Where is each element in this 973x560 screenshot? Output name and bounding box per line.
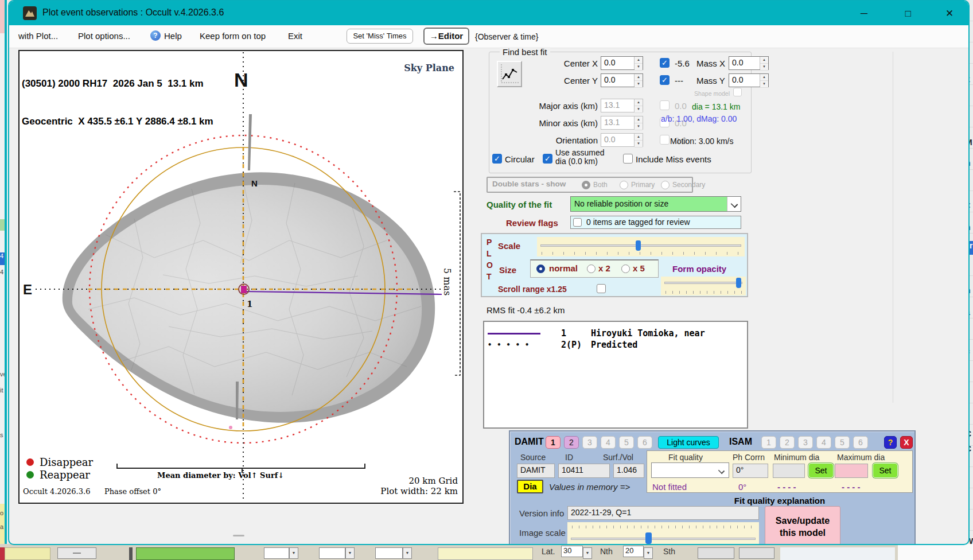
size-x2-radio[interactable] — [587, 265, 596, 273]
double-stars-primary-radio[interactable] — [620, 181, 628, 189]
phase-offset-label: Phase offset 0° — [104, 487, 161, 496]
north-label: N — [234, 69, 248, 91]
ph-corrn-field[interactable]: 0° — [733, 464, 768, 478]
bottom-spin-drop-1[interactable]: ▼ — [289, 547, 298, 559]
image-scale-slider[interactable] — [567, 522, 759, 545]
save-update-model-button[interactable]: Save/updatethis model — [765, 506, 840, 545]
set-miss-times-button[interactable]: Set 'Miss' Times — [347, 29, 413, 44]
damit-model-1-button[interactable]: 1 — [546, 436, 561, 449]
size-normal-radio[interactable] — [536, 265, 545, 273]
damit-close-button[interactable]: X — [900, 436, 913, 449]
fit-quality-dropdown[interactable] — [651, 462, 729, 478]
size-x5-radio[interactable] — [621, 265, 630, 273]
right-sliver-text-fragment: r — [970, 96, 973, 106]
observation-row-1[interactable]: 1 Hiroyuki Tomioka, near — [488, 328, 744, 339]
bottom-gray-field-2[interactable] — [739, 547, 774, 559]
observation-row-2[interactable]: ••••• 2(P) Predicted — [488, 339, 744, 351]
maximum-dia-field[interactable] — [835, 464, 868, 478]
scale-slider[interactable] — [537, 237, 745, 256]
offset-y-checkbox[interactable] — [660, 75, 670, 85]
isam-model-6-button[interactable]: 6 — [853, 436, 868, 449]
minimum-dia-field[interactable] — [773, 464, 805, 478]
light-curves-button[interactable]: Light curves — [658, 436, 719, 449]
isam-model-5-button[interactable]: 5 — [835, 436, 850, 449]
minimize-button[interactable]: ─ — [855, 7, 873, 21]
set-maximum-dia-button[interactable]: Set — [873, 463, 898, 478]
center-y-spinner[interactable]: ▲▼ — [634, 74, 643, 87]
bottom-lat-value[interactable]: 30 — [561, 546, 583, 557]
isam-model-3-button[interactable]: 3 — [798, 436, 813, 449]
bottom-gray-field-1[interactable] — [698, 547, 734, 559]
mass-x-field[interactable]: 0.0▲▼ — [729, 56, 769, 70]
center-x-field[interactable]: 0.0▲▼ — [601, 56, 643, 70]
mean-diameter-label[interactable]: Mean diameter by: Vol↑ Surf↓ — [157, 471, 284, 480]
sky-plane-plot[interactable]: N N E 1 5 mas (30501) 2000 RH17 2026 Jan… — [18, 50, 464, 504]
menu-bar: with Plot... Plot options... ? Help Keep… — [9, 25, 968, 48]
bottom-yellow-field[interactable] — [438, 547, 533, 560]
plot-letter-l: L — [487, 249, 492, 258]
minor-axis-spinner[interactable]: ▲▼ — [634, 116, 643, 129]
mass-y-spinner[interactable]: ▲▼ — [760, 74, 768, 87]
quality-of-fit-dropdown[interactable]: No reliable position or size — [570, 196, 741, 212]
major-axis-checkbox[interactable] — [660, 100, 670, 110]
damit-help-button[interactable]: ? — [884, 436, 897, 449]
scroll-range-checkbox[interactable] — [597, 284, 606, 293]
close-button[interactable]: ✕ — [941, 7, 958, 21]
orientation-checkbox[interactable] — [660, 135, 670, 145]
use-assumed-checkbox[interactable] — [543, 154, 552, 164]
circular-checkbox[interactable] — [492, 154, 502, 164]
ph-corrn-header: Ph Corrn — [733, 453, 765, 462]
menu-help[interactable]: Help — [164, 31, 182, 41]
damit-model-2-button[interactable]: 2 — [564, 436, 579, 449]
center-y-field[interactable]: 0.0▲▼ — [601, 73, 643, 87]
damit-model-6-button[interactable]: 6 — [637, 436, 652, 449]
version-info-field[interactable]: 2022-11-29, Q=1 — [567, 506, 759, 520]
set-minimum-dia-button[interactable]: Set — [808, 463, 834, 478]
double-stars-secondary-radio[interactable] — [661, 181, 670, 189]
center-x-spinner[interactable]: ▲▼ — [634, 57, 643, 69]
menu-keep-on-top[interactable]: Keep form on top — [200, 31, 266, 41]
minimum-dia-header: Minimum dia — [774, 453, 819, 462]
bottom-spin-drop-3[interactable]: ▼ — [403, 547, 412, 559]
bottom-spin-field-1[interactable] — [264, 547, 289, 559]
bottom-spin-field-3[interactable] — [375, 547, 403, 559]
orientation-spinner[interactable]: ▲▼ — [634, 134, 643, 146]
maximize-button[interactable]: □ — [900, 7, 917, 21]
include-miss-checkbox[interactable] — [623, 154, 633, 164]
mass-y-field[interactable]: 0.0▲▼ — [729, 73, 769, 87]
damit-model-5-button[interactable]: 5 — [619, 436, 634, 449]
damit-model-4-button[interactable]: 4 — [601, 436, 616, 449]
bottom-spin-field-2[interactable] — [319, 547, 345, 559]
orientation-field[interactable]: 0.0▲▼ — [601, 133, 643, 147]
form-opacity-thumb[interactable] — [736, 278, 741, 288]
scale-slider-thumb[interactable] — [636, 240, 641, 251]
major-axis-field[interactable]: 13.1▲▼ — [601, 99, 643, 112]
bottom-gray-button[interactable] — [57, 547, 96, 559]
bottom-lat-drop[interactable]: ▼ — [583, 547, 592, 559]
menu-with-plot[interactable]: with Plot... — [18, 31, 58, 41]
bottom-nth-value[interactable]: 20 — [623, 546, 644, 557]
isam-model-1-button[interactable]: 1 — [761, 436, 776, 449]
bottom-nth-drop[interactable]: ▼ — [644, 547, 653, 559]
image-scale-thumb[interactable] — [645, 532, 652, 544]
bottom-green-button[interactable] — [136, 547, 235, 560]
shape-model-checkbox[interactable] — [733, 88, 742, 96]
offset-x-checkbox[interactable] — [660, 58, 670, 68]
isam-model-2-button[interactable]: 2 — [780, 436, 795, 449]
double-stars-both-radio[interactable] — [582, 181, 590, 189]
observations-list[interactable]: 1 Hiroyuki Tomioka, near ••••• 2(P) Pred… — [483, 321, 748, 429]
form-opacity-slider[interactable] — [661, 277, 746, 295]
minor-axis-field[interactable]: 13.1▲▼ — [601, 116, 643, 130]
isam-model-4-button[interactable]: 4 — [816, 436, 831, 449]
review-flags-checkbox[interactable] — [573, 218, 582, 227]
menu-plot-options[interactable]: Plot options... — [78, 31, 130, 41]
bottom-spin-drop-2[interactable]: ▼ — [345, 547, 355, 559]
damit-model-3-button[interactable]: 3 — [582, 436, 597, 449]
titlebar[interactable]: Plot event observations : Occult v.4.202… — [9, 1, 968, 25]
mass-x-spinner[interactable]: ▲▼ — [760, 57, 768, 69]
editor-button[interactable]: →Editor — [423, 28, 469, 45]
major-axis-spinner[interactable]: ▲▼ — [634, 99, 643, 112]
dia-button[interactable]: Dia — [517, 480, 543, 493]
resize-gripper[interactable] — [233, 535, 244, 536]
menu-exit[interactable]: Exit — [288, 31, 302, 41]
